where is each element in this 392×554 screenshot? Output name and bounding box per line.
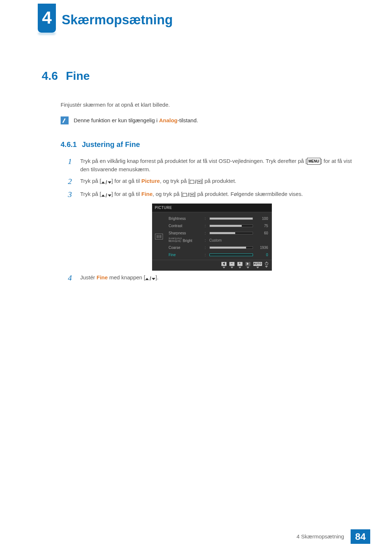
osd-row-label: Contrast: [169, 223, 201, 229]
osd-row-label: Sharpness: [169, 230, 201, 236]
osd-minus-icon: −: [229, 262, 234, 268]
footer-text: 4 Skærmopsætning: [297, 533, 344, 541]
osd-row-label: SAMSUNG MAGIC Bright: [169, 238, 201, 243]
osd-plus-icon: +: [237, 262, 242, 268]
step-body: Tryk på [/] for at gå til Picture, og tr…: [80, 177, 356, 186]
enter-icon: /: [183, 191, 194, 199]
osd-category-icon: [154, 234, 167, 239]
step-2: 2 Tryk på [/] for at gå til Picture, og …: [68, 177, 356, 186]
osd-row-value: 60: [255, 230, 268, 236]
osd-row-text: Custom: [209, 238, 253, 243]
up-down-icon: /: [101, 178, 111, 187]
page-number: 84: [351, 529, 370, 544]
note-icon: [61, 116, 69, 124]
osd-screenshot: PICTURE Brightness : 100 Contrast : 75 S…: [68, 204, 356, 271]
step-body: Justér Fine med knappen [/].: [80, 274, 356, 283]
step-1: 1 Tryk på en vilkårlig knap forrest på p…: [68, 157, 356, 173]
step-number: 4: [68, 274, 74, 283]
osd-row-value: 100: [255, 216, 268, 221]
step-body: Tryk på en vilkårlig knap forrest på pro…: [80, 157, 356, 173]
osd-bar-selected: [209, 254, 253, 256]
osd-row-value: 0: [255, 252, 268, 258]
page-header: 4 Skærmopsætning: [0, 0, 392, 42]
section-title: Fine: [66, 67, 90, 85]
osd-bar: [209, 217, 253, 220]
note-highlight: Analog: [159, 117, 177, 123]
step-highlight: Fine: [97, 274, 108, 280]
menu-label-icon: MENU: [307, 158, 320, 165]
note-post: -tilstand.: [177, 117, 198, 123]
up-down-icon: /: [145, 275, 155, 283]
osd-auto-icon: AUTO: [253, 262, 262, 268]
subsection-number: 4.6.1: [61, 139, 77, 150]
osd-row-value: 75: [255, 223, 268, 229]
osd-bar: [209, 246, 253, 249]
step-body: Tryk på [/] for at gå til Fine, og tryk …: [80, 190, 356, 200]
note-text: Denne funktion er kun tilgængelig i Anal…: [74, 116, 198, 125]
step-highlight: Fine: [142, 191, 153, 197]
note-row: Denne funktion er kun tilgængelig i Anal…: [61, 116, 356, 125]
osd-back-icon: [221, 262, 226, 268]
osd-row-value: 1936: [255, 245, 268, 250]
chapter-number-tab: 4: [38, 4, 56, 33]
osd-bar: [209, 225, 253, 227]
subsection-title: Justering af Fine: [82, 139, 140, 150]
step-highlight: Picture: [142, 178, 160, 184]
up-down-icon: /: [101, 192, 111, 200]
enter-icon: /: [190, 178, 201, 186]
step-3: 3 Tryk på [/] for at gå til Fine, og try…: [68, 190, 356, 200]
section-body: 4.6 Fine Finjustér skærmen for at opnå e…: [0, 42, 392, 283]
osd-row-label: Brightness: [169, 216, 201, 221]
step-number: 2: [68, 177, 74, 186]
osd-title: PICTURE: [152, 204, 272, 212]
osd-power-icon: [265, 262, 268, 268]
subsection-heading: 4.6.1 Justering af Fine: [61, 139, 356, 150]
step-4: 4 Justér Fine med knappen [/].: [68, 274, 356, 283]
section-number: 4.6: [42, 67, 58, 85]
section-heading: 4.6 Fine: [42, 67, 356, 85]
osd-row-label: Coarse: [169, 245, 201, 250]
note-pre: Denne funktion er kun tilgængelig i: [74, 117, 159, 123]
page-footer: 4 Skærmopsætning 84: [297, 529, 370, 544]
step-number: 1: [68, 157, 74, 173]
step-number: 3: [68, 190, 74, 200]
chapter-title: Skærmopsætning: [62, 10, 392, 30]
steps-list-cont: 4 Justér Fine med knappen [/].: [68, 274, 356, 283]
section-intro: Finjustér skærmen for at opnå et klart b…: [61, 101, 356, 109]
osd-play-icon: [245, 262, 250, 268]
osd-row-label-selected: Fine: [169, 252, 201, 258]
steps-list: 1 Tryk på en vilkårlig knap forrest på p…: [68, 157, 356, 200]
osd-bottom-bar: − + AUTO: [152, 260, 272, 268]
osd-bar: [209, 232, 253, 234]
